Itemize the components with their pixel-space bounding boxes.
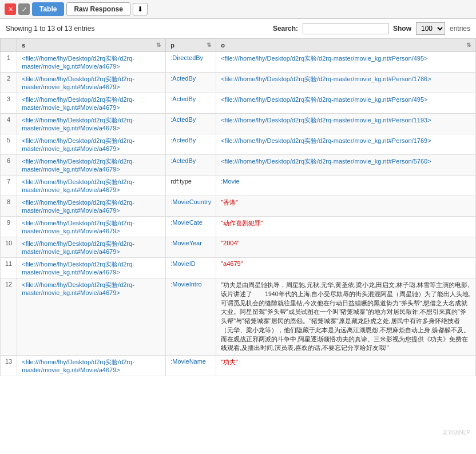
row-num: 5 [1,134,17,155]
o-cell: "功夫是由周星驰执导，周星驰,元秋,元华,黄圣依,梁小龙,田启文,林子聪,林雪等… [216,278,476,356]
top-bar: ✕ ⤢ Table Raw Response ⬇ [0,0,476,19]
p-cell: :MovieName [166,356,216,376]
toolbar-right: Search: Show 10 25 50 100 entries [273,22,470,35]
s-cell: <file:///home/lhy/Desktop/d2rq实验/d2rq-ma… [17,114,166,134]
s-cell: <file:///home/lhy/Desktop/d2rq实验/d2rq-ma… [17,155,166,176]
s-cell: <file:///home/lhy/Desktop/d2rq实验/d2rq-ma… [17,52,166,73]
s-cell: <file:///home/lhy/Desktop/d2rq实验/d2rq-ma… [17,356,166,376]
col-p[interactable]: p ⇅ [166,39,216,52]
close-button[interactable]: ✕ [5,3,16,15]
row-num: 6 [1,155,17,176]
o-cell: "2004" [216,237,476,258]
s-cell: <file:///home/lhy/Desktop/d2rq实验/d2rq-ma… [17,237,166,258]
table-row: 12<file:///home/lhy/Desktop/d2rq实验/d2rq-… [1,278,476,356]
row-num: 3 [1,93,17,114]
s-cell: <file:///home/lhy/Desktop/d2rq实验/d2rq-ma… [17,134,166,155]
o-cell: <file:///home/lhy/Desktop/d2rq实验/d2rq-ma… [216,73,476,93]
expand-button[interactable]: ⤢ [18,3,30,15]
o-cell: <file:///home/lhy/Desktop/d2rq实验/d2rq-ma… [216,155,476,176]
row-num: 9 [1,217,17,237]
s-cell: <file:///home/lhy/Desktop/d2rq实验/d2rq-ma… [17,176,166,196]
sort-p-icon: ⇅ [207,42,211,48]
s-cell: <file:///home/lhy/Desktop/d2rq实验/d2rq-ma… [17,278,166,356]
o-cell: <file:///home/lhy/Desktop/d2rq实验/d2rq-ma… [216,114,476,134]
p-cell: :MovieCountry [166,196,216,217]
p-cell: :ActedBy [166,114,216,134]
o-cell: "a4679" [216,258,476,278]
p-cell: :MovieID [166,258,216,278]
p-cell: :ActedBy [166,134,216,155]
p-cell: :MovieYear [166,237,216,258]
search-label: Search: [273,25,298,33]
sort-s-icon: ⇅ [156,42,161,48]
o-cell: <file:///home/lhy/Desktop/d2rq实验/d2rq-ma… [216,52,476,73]
row-num: 11 [1,258,17,278]
p-cell: :ActedBy [166,155,216,176]
row-num: 13 [1,356,17,376]
p-cell: rdf:type [166,176,216,196]
row-num: 12 [1,278,17,356]
row-num: 4 [1,114,17,134]
p-cell: :DirectedBy [166,52,216,73]
row-num: 10 [1,237,17,258]
results-table: s ⇅ p ⇅ o ⇅ 1<file:///home/lhy/Desktop/d… [0,38,476,376]
p-cell: :MovieIntro [166,278,216,356]
p-cell: :ActedBy [166,73,216,93]
s-cell: <file:///home/lhy/Desktop/d2rq实验/d2rq-ma… [17,73,166,93]
row-num: 8 [1,196,17,217]
o-cell: "动作喜剧犯罪" [216,217,476,237]
show-label: Show [393,25,411,33]
s-cell: <file:///home/lhy/Desktop/d2rq实验/d2rq-ma… [17,196,166,217]
sort-o-icon: ⇅ [466,42,471,48]
o-cell: "香港" [216,196,476,217]
row-num: 7 [1,176,17,196]
table-row: 6<file:///home/lhy/Desktop/d2rq实验/d2rq-m… [1,155,476,176]
table-row: 2<file:///home/lhy/Desktop/d2rq实验/d2rq-m… [1,73,476,93]
row-num: 1 [1,52,17,73]
s-cell: <file:///home/lhy/Desktop/d2rq实验/d2rq-ma… [17,93,166,114]
table-row: 3<file:///home/lhy/Desktop/d2rq实验/d2rq-m… [1,93,476,114]
col-o[interactable]: o ⇅ [216,39,476,52]
table-row: 1<file:///home/lhy/Desktop/d2rq实验/d2rq-m… [1,52,476,73]
search-input[interactable] [303,23,388,34]
p-cell: :ActedBy [166,93,216,114]
tab-table[interactable]: Table [32,2,64,16]
table-row: 11<file:///home/lhy/Desktop/d2rq实验/d2rq-… [1,258,476,278]
entries-label: entries [450,25,470,33]
download-button[interactable]: ⬇ [133,3,148,15]
s-cell: <file:///home/lhy/Desktop/d2rq实验/d2rq-ma… [17,258,166,278]
table-row: 5<file:///home/lhy/Desktop/d2rq实验/d2rq-m… [1,134,476,155]
col-s[interactable]: s ⇅ [17,39,166,52]
showing-entries: Showing 1 to 13 of 13 entries [6,25,94,33]
o-cell: "功夫" [216,356,476,376]
show-select[interactable]: 10 25 50 100 [416,22,445,35]
o-cell: :Movie [216,176,476,196]
s-cell: <file:///home/lhy/Desktop/d2rq实验/d2rq-ma… [17,217,166,237]
o-cell: <file:///home/lhy/Desktop/d2rq实验/d2rq-ma… [216,134,476,155]
table-row: 4<file:///home/lhy/Desktop/d2rq实验/d2rq-m… [1,114,476,134]
table-row: 8<file:///home/lhy/Desktop/d2rq实验/d2rq-m… [1,196,476,217]
col-num [1,39,17,52]
o-cell: <file:///home/lhy/Desktop/d2rq实验/d2rq-ma… [216,93,476,114]
table-row: 9<file:///home/lhy/Desktop/d2rq实验/d2rq-m… [1,217,476,237]
toolbar: Showing 1 to 13 of 13 entries Search: Sh… [0,19,476,38]
table-row: 10<file:///home/lhy/Desktop/d2rq实验/d2rq-… [1,237,476,258]
tab-raw-response[interactable]: Raw Response [66,2,130,16]
p-cell: :MovieCate [166,217,216,237]
table-row: 7<file:///home/lhy/Desktop/d2rq实验/d2rq-m… [1,176,476,196]
table-row: 13<file:///home/lhy/Desktop/d2rq实验/d2rq-… [1,356,476,376]
row-num: 2 [1,73,17,93]
